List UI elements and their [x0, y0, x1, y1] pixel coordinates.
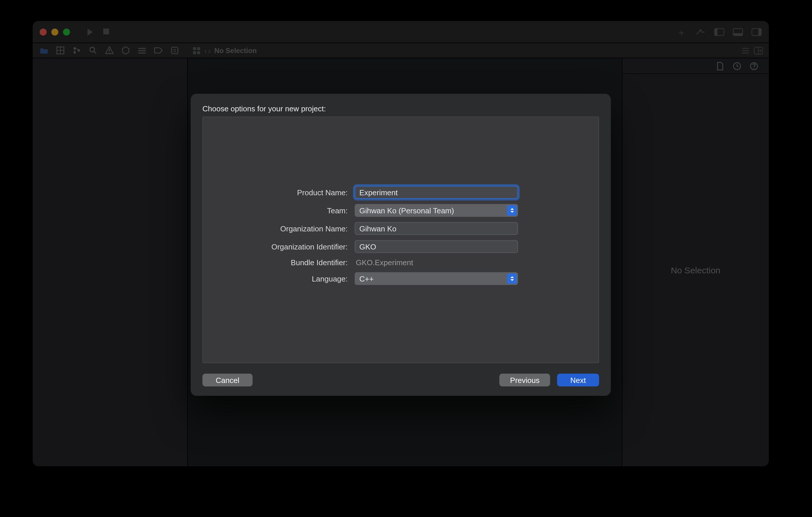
- svg-point-11: [78, 49, 80, 52]
- svg-point-35: [754, 68, 755, 68]
- svg-rect-19: [172, 47, 178, 54]
- zoom-icon[interactable]: [63, 28, 70, 35]
- editor-options-icon[interactable]: [741, 46, 750, 55]
- run-icon[interactable]: [87, 28, 93, 35]
- svg-rect-5: [758, 28, 761, 35]
- inspector-panel: No Selection: [622, 58, 769, 466]
- svg-rect-3: [733, 33, 743, 35]
- back-icon[interactable]: ‹: [204, 46, 207, 55]
- add-editor-icon[interactable]: [754, 46, 763, 55]
- source-control-navigator-icon[interactable]: [56, 46, 65, 55]
- previous-button[interactable]: Previous: [500, 374, 550, 387]
- navigator-panel: [33, 58, 188, 466]
- organization-identifier-input[interactable]: [355, 240, 518, 253]
- team-label: Team:: [203, 206, 348, 215]
- svg-rect-22: [193, 47, 196, 50]
- minimize-icon[interactable]: [51, 28, 58, 35]
- close-icon[interactable]: [40, 28, 47, 35]
- inspector-empty-text: No Selection: [622, 74, 769, 466]
- svg-point-10: [74, 51, 76, 54]
- code-review-icon[interactable]: [695, 28, 706, 36]
- next-button[interactable]: Next: [557, 374, 599, 387]
- stop-icon[interactable]: [103, 28, 109, 34]
- svg-point-9: [74, 47, 76, 50]
- organization-name-label: Organization Name:: [203, 224, 348, 233]
- product-name-label: Product Name:: [203, 188, 348, 197]
- debug-navigator-icon[interactable]: [138, 46, 146, 55]
- organization-name-input[interactable]: [355, 222, 518, 235]
- chevron-up-down-icon: [507, 205, 517, 216]
- team-popup[interactable]: Gihwan Ko (Personal Team): [355, 204, 518, 217]
- run-controls: [87, 28, 109, 35]
- language-label: Language:: [203, 274, 348, 283]
- window-traffic-lights: [40, 28, 70, 35]
- sheet-title: Choose options for your new project:: [202, 104, 599, 113]
- symbol-navigator-icon[interactable]: [72, 46, 81, 55]
- test-navigator-icon[interactable]: [121, 46, 130, 55]
- right-panel-icon[interactable]: [751, 28, 762, 36]
- forward-icon[interactable]: ›: [208, 46, 210, 55]
- plus-icon[interactable]: [677, 28, 687, 36]
- svg-point-15: [109, 52, 110, 53]
- history-inspector-icon[interactable]: [733, 61, 742, 70]
- report-navigator-icon[interactable]: [170, 46, 179, 55]
- chevron-up-down-icon: [507, 273, 517, 284]
- related-items-icon[interactable]: [193, 46, 201, 55]
- new-project-options-sheet: Choose options for your new project: Pro…: [191, 94, 611, 396]
- bundle-identifier-value: GKO.Experiment: [355, 258, 413, 267]
- bundle-identifier-label: Bundle Identifier:: [203, 258, 348, 267]
- left-panel-icon[interactable]: [714, 28, 725, 36]
- jumpbar-title: No Selection: [214, 46, 257, 55]
- help-inspector-icon[interactable]: [750, 61, 758, 70]
- titlebar: [33, 21, 769, 43]
- svg-rect-23: [197, 47, 200, 50]
- project-navigator-icon[interactable]: [40, 46, 49, 55]
- svg-rect-25: [197, 51, 200, 54]
- svg-line-13: [94, 51, 96, 54]
- tab-bar: ‹ › No Selection: [33, 43, 769, 58]
- language-value: C++: [359, 274, 374, 283]
- organization-identifier-label: Organization Identifier:: [203, 242, 348, 251]
- find-navigator-icon[interactable]: [89, 46, 97, 55]
- bottom-panel-icon[interactable]: [733, 28, 743, 36]
- team-value: Gihwan Ko (Personal Team): [359, 206, 454, 215]
- svg-rect-1: [715, 28, 718, 35]
- file-inspector-icon[interactable]: [716, 61, 725, 70]
- language-popup[interactable]: C++: [355, 272, 518, 285]
- product-name-input[interactable]: [355, 186, 518, 199]
- svg-rect-24: [193, 51, 196, 54]
- svg-point-12: [90, 47, 94, 52]
- cancel-button[interactable]: Cancel: [202, 374, 253, 387]
- breakpoint-navigator-icon[interactable]: [154, 46, 163, 55]
- issue-navigator-icon[interactable]: [105, 46, 114, 55]
